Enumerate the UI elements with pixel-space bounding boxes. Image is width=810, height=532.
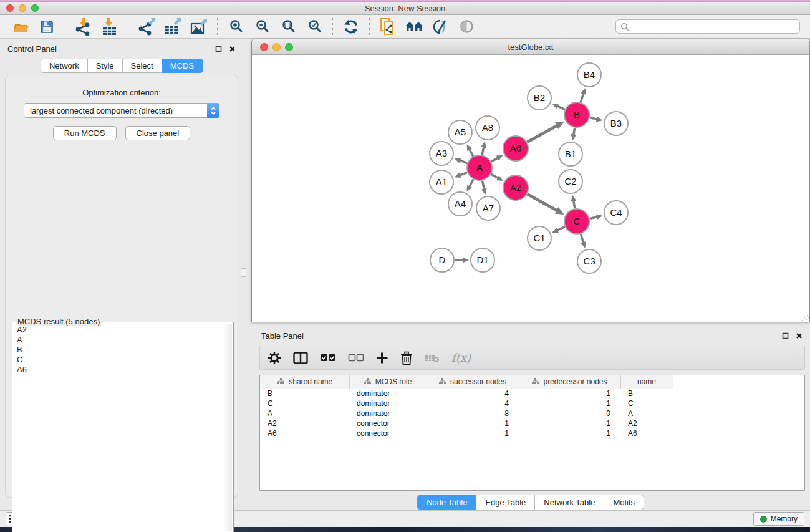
- edge-C-C3[interactable]: [581, 234, 583, 243]
- search-input[interactable]: [632, 22, 795, 32]
- edge-A-A8[interactable]: [482, 147, 484, 155]
- cell-mcds_role[interactable]: dominator: [349, 389, 427, 399]
- cell-successor_nodes[interactable]: 8: [427, 409, 519, 418]
- zoom-traffic-light[interactable]: [285, 43, 293, 51]
- edge-C-C1[interactable]: [557, 227, 565, 231]
- result-item[interactable]: B: [14, 345, 222, 355]
- tab-network-table[interactable]: Network Table: [535, 495, 604, 510]
- cell-shared_name[interactable]: A: [260, 409, 349, 418]
- close-traffic-light[interactable]: [260, 43, 268, 51]
- result-item[interactable]: C: [14, 355, 222, 365]
- splitter-grip[interactable]: [241, 268, 246, 277]
- refresh-icon[interactable]: [340, 17, 362, 37]
- tab-motifs[interactable]: Motifs: [604, 495, 644, 510]
- cell-predecessor_nodes[interactable]: 1: [519, 428, 620, 438]
- delete-column-icon[interactable]: [400, 351, 413, 365]
- cell-name[interactable]: A6: [620, 428, 673, 438]
- float-panel-icon[interactable]: [215, 46, 222, 52]
- edge-B-B3[interactable]: [589, 118, 597, 120]
- cell-mcds_role[interactable]: connector: [349, 418, 427, 428]
- cell-shared_name[interactable]: C: [260, 399, 349, 409]
- cell-shared_name[interactable]: A2: [260, 418, 349, 428]
- tab-edge-table[interactable]: Edge Table: [476, 495, 535, 510]
- cell-mcds_role[interactable]: connector: [349, 428, 427, 438]
- column-header-predecessor_nodes[interactable]: predecessor nodes: [519, 375, 620, 389]
- zoom-out-icon[interactable]: [251, 17, 272, 37]
- edge-A6-B[interactable]: [527, 125, 557, 142]
- minimize-traffic-light[interactable]: [272, 43, 281, 51]
- tab-node-table[interactable]: Node Table: [417, 495, 477, 510]
- tab-network[interactable]: Network: [41, 59, 88, 73]
- result-scrollbar[interactable]: [224, 324, 232, 531]
- column-header-shared_name[interactable]: shared name: [260, 375, 349, 389]
- cell-predecessor_nodes[interactable]: 1: [519, 418, 620, 428]
- result-item[interactable]: A2: [14, 325, 222, 335]
- tab-select[interactable]: Select: [123, 59, 162, 73]
- save-session-icon[interactable]: [36, 17, 57, 37]
- edge-A-A4[interactable]: [470, 180, 473, 187]
- birds-eye-view-icon[interactable]: [456, 17, 477, 37]
- column-header-name[interactable]: name: [620, 375, 673, 389]
- table-row[interactable]: Bdominator41B: [260, 389, 804, 399]
- open-session-icon[interactable]: [10, 17, 31, 37]
- table-row[interactable]: Cdominator41C: [260, 399, 804, 409]
- edge-A-A3[interactable]: [460, 160, 467, 163]
- edge-A-A2[interactable]: [491, 174, 498, 178]
- cell-predecessor_nodes[interactable]: 1: [519, 389, 620, 399]
- edge-C-C4[interactable]: [589, 217, 597, 219]
- edge-B-B2[interactable]: [557, 106, 565, 110]
- column-header-mcds_role[interactable]: MCDS role: [349, 375, 427, 389]
- edge-A-A6[interactable]: [491, 158, 498, 162]
- cell-predecessor_nodes[interactable]: 0: [519, 409, 620, 418]
- tab-style[interactable]: Style: [88, 59, 123, 73]
- table-row[interactable]: A6connector11A6: [260, 428, 804, 438]
- export-network-icon[interactable]: [136, 17, 157, 37]
- cell-successor_nodes[interactable]: 4: [427, 399, 519, 409]
- cell-predecessor_nodes[interactable]: 1: [519, 399, 620, 409]
- zoom-in-icon[interactable]: [225, 17, 246, 37]
- edge-A2-C[interactable]: [527, 194, 557, 210]
- edge-B-B4[interactable]: [581, 94, 583, 102]
- cell-name[interactable]: C: [620, 399, 673, 409]
- settings-gear-icon[interactable]: [268, 351, 281, 365]
- cell-mcds_role[interactable]: dominator: [349, 399, 427, 409]
- zoom-traffic-light[interactable]: [31, 4, 39, 12]
- cell-shared_name[interactable]: B: [260, 389, 349, 399]
- zoom-fit-icon[interactable]: [277, 17, 299, 37]
- network-canvas[interactable]: B4B2BB3A8A5A6A3B1AC2A1A2A4A7C4CC1DD1C3: [252, 55, 809, 322]
- duplicate-network-icon[interactable]: [377, 17, 398, 37]
- cell-name[interactable]: A: [620, 409, 673, 418]
- split-view-icon[interactable]: [293, 352, 308, 364]
- export-table-icon[interactable]: [162, 17, 183, 37]
- cell-successor_nodes[interactable]: 4: [427, 389, 519, 399]
- cell-shared_name[interactable]: A6: [260, 428, 349, 438]
- import-network-icon[interactable]: [73, 17, 94, 37]
- import-table-icon[interactable]: [99, 17, 120, 37]
- delete-table-icon[interactable]: [425, 353, 440, 363]
- zoom-selected-icon[interactable]: [304, 17, 325, 37]
- minimize-traffic-light[interactable]: [19, 4, 26, 12]
- cell-name[interactable]: B: [620, 389, 673, 399]
- deselect-all-icon[interactable]: [348, 354, 364, 362]
- cell-name[interactable]: A2: [620, 418, 673, 428]
- function-builder-icon[interactable]: f(x): [451, 351, 471, 364]
- close-panel-icon[interactable]: [796, 332, 803, 339]
- export-image-icon[interactable]: [188, 17, 210, 37]
- close-traffic-light[interactable]: [6, 4, 14, 12]
- result-item[interactable]: A6: [14, 365, 222, 375]
- close-panel-button[interactable]: Close panel: [125, 126, 191, 140]
- table-row[interactable]: Adominator80A: [260, 409, 804, 418]
- panel-splitter[interactable]: [243, 39, 251, 510]
- edge-A-A7[interactable]: [482, 181, 484, 190]
- cell-mcds_role[interactable]: dominator: [349, 409, 427, 418]
- edge-B-B1[interactable]: [574, 128, 575, 135]
- edge-A-A5[interactable]: [470, 149, 473, 156]
- float-panel-icon[interactable]: [782, 332, 789, 339]
- edge-C-C2[interactable]: [574, 201, 575, 209]
- close-panel-icon[interactable]: [229, 46, 236, 52]
- memory-button[interactable]: Memory: [753, 512, 804, 526]
- graphics-details-icon[interactable]: [430, 17, 451, 37]
- table-row[interactable]: A2connector11A2: [260, 418, 804, 428]
- add-column-icon[interactable]: [376, 352, 388, 364]
- result-item[interactable]: A: [14, 335, 222, 345]
